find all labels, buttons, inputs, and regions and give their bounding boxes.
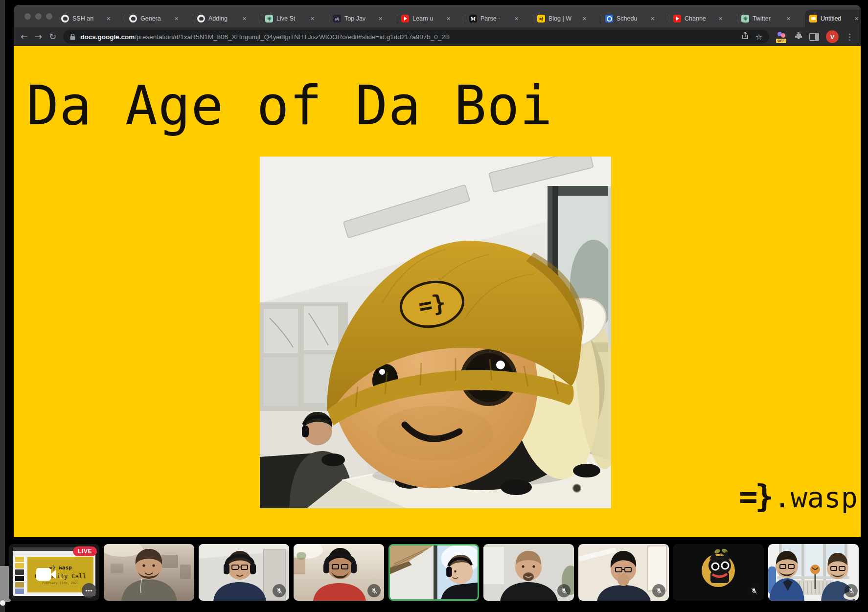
browser-window: SSH an✕Genera✕Adding✕Live St✕Top Jav✕Lea… xyxy=(14,5,861,537)
wasp-favicon xyxy=(537,15,545,23)
mic-muted-icon xyxy=(367,584,381,597)
wasp-logo-mark: =} xyxy=(739,478,771,515)
thumbnail-participant-7[interactable] xyxy=(578,544,669,601)
youtube-favicon xyxy=(401,15,409,23)
tab-close-icon[interactable]: ✕ xyxy=(514,16,519,22)
thumbnail-participant-5-speaking[interactable] xyxy=(388,544,479,601)
mini-slide-date: February 17th, 2023 xyxy=(42,581,78,585)
tab-blog-w[interactable]: Blog | W✕ xyxy=(533,10,601,27)
tab-label: SSH an xyxy=(72,15,103,22)
browser-toolbar: ← → ↻ docs.google.com/presentation/d/1xa… xyxy=(14,27,861,46)
thumbnail-participant-9-pair[interactable] xyxy=(768,544,859,601)
profile-avatar[interactable]: V xyxy=(826,30,839,43)
lock-icon[interactable] xyxy=(70,34,75,40)
extensions-puzzle-icon[interactable] xyxy=(795,32,802,42)
tab-label: Twitter xyxy=(753,15,783,22)
tab-label: Learn u xyxy=(412,15,443,22)
tab-label: Channe xyxy=(685,15,715,22)
tab-label: Blog | W xyxy=(548,15,579,22)
medium-favicon xyxy=(469,15,477,23)
address-bar[interactable]: docs.google.com/presentation/d/1xaR5N1M_… xyxy=(63,30,769,44)
tab-close-icon[interactable]: ✕ xyxy=(854,16,859,22)
mic-muted-icon xyxy=(557,584,571,597)
mic-muted-icon xyxy=(273,584,286,597)
bookmark-star-icon[interactable]: ☆ xyxy=(755,32,762,42)
desktop-edge xyxy=(0,0,5,612)
thumbnail-participant-6[interactable] xyxy=(483,544,574,601)
slide-title: Da Age of Da Boi xyxy=(26,74,553,137)
tab-close-icon[interactable]: ✕ xyxy=(310,16,315,22)
tab-label: Parse - xyxy=(480,15,511,22)
participant-filmstrip: =} wasp Community Call February 17th, 20… xyxy=(9,544,859,601)
beanie-patch-logo: =} xyxy=(416,289,448,320)
tab-label: Schedu xyxy=(617,15,647,22)
window-close-button[interactable] xyxy=(24,13,31,20)
tab-parse[interactable]: Parse -✕ xyxy=(465,10,533,27)
thumbnail-participant-3[interactable] xyxy=(199,544,289,601)
thumbnail-participant-8-camera-off[interactable] xyxy=(673,544,764,601)
tab-label: Genera xyxy=(140,15,171,22)
tab-live-st[interactable]: Live St✕ xyxy=(261,10,329,27)
thumbnail-screen-share[interactable]: =} wasp Community Call February 17th, 20… xyxy=(9,544,99,601)
side-panel-icon[interactable] xyxy=(809,33,819,41)
tab-close-icon[interactable]: ✕ xyxy=(106,16,111,22)
live-badge: LIVE xyxy=(73,546,97,556)
url-path: /presentation/d/1xaR5N1M_806_XHngumjl_Q4… xyxy=(135,33,449,41)
camera-overlay-icon xyxy=(36,568,56,581)
tab-close-icon[interactable]: ✕ xyxy=(242,16,247,22)
window-controls xyxy=(24,13,52,20)
tab-strip: SSH an✕Genera✕Adding✕Live St✕Top Jav✕Lea… xyxy=(57,10,833,27)
tab-label: Adding xyxy=(208,15,239,22)
wasp-logo-word: .wasp xyxy=(774,481,858,514)
mini-slide-rail xyxy=(14,556,25,595)
extension-off-icon[interactable]: OFF xyxy=(776,31,788,43)
github-favicon xyxy=(61,15,69,23)
knot-green-favicon xyxy=(741,15,749,23)
tab-channe[interactable]: Channe✕ xyxy=(669,10,737,27)
youtube-favicon xyxy=(673,15,681,23)
knot-green-favicon xyxy=(265,15,273,23)
tab-bar: SSH an✕Genera✕Adding✕Live St✕Top Jav✕Lea… xyxy=(14,5,861,27)
tab-ssh-an[interactable]: SSH an✕ xyxy=(57,10,125,27)
share-icon[interactable] xyxy=(742,32,749,42)
mic-muted-icon xyxy=(845,584,858,597)
url-domain: docs.google.com xyxy=(80,33,135,41)
thumbnail-more-button[interactable]: ••• xyxy=(82,583,96,598)
reload-button[interactable]: ↻ xyxy=(49,32,56,41)
browser-menu-icon[interactable]: ⋮ xyxy=(845,32,854,42)
window-minimize-button[interactable] xyxy=(35,13,42,20)
bee-plush-photo: =} xyxy=(260,157,611,508)
mic-muted-icon xyxy=(652,584,665,597)
tab-close-icon[interactable]: ✕ xyxy=(650,16,655,22)
tab-close-icon[interactable]: ✕ xyxy=(446,16,451,22)
calendar-blue-favicon xyxy=(605,15,613,23)
back-button[interactable]: ← xyxy=(21,32,28,41)
tab-label: Top Jav xyxy=(344,15,375,22)
tab-close-icon[interactable]: ✕ xyxy=(786,16,791,22)
tab-label: Live St xyxy=(276,15,307,22)
tab-close-icon[interactable]: ✕ xyxy=(582,16,587,22)
mic-muted-icon xyxy=(747,584,760,597)
tab-close-icon[interactable]: ✕ xyxy=(718,16,723,22)
tab-label: Untitled xyxy=(821,15,851,22)
thumbnail-participant-4[interactable] xyxy=(294,544,384,601)
extension-badge: OFF xyxy=(776,39,786,43)
presentation-slide: Da Age of Da Boi xyxy=(14,46,861,537)
tab-adding[interactable]: Adding✕ xyxy=(193,10,261,27)
tab-genera[interactable]: Genera✕ xyxy=(125,10,193,27)
tab-twitter[interactable]: Twitter✕ xyxy=(737,10,805,27)
tab-top-jav[interactable]: Top Jav✕ xyxy=(329,10,397,27)
tab-schedu[interactable]: Schedu✕ xyxy=(601,10,669,27)
github-favicon xyxy=(129,15,137,23)
github-favicon xyxy=(197,15,205,23)
tab-close-icon[interactable]: ✕ xyxy=(174,16,179,22)
slides-favicon xyxy=(809,15,817,23)
thumbnail-participant-2[interactable] xyxy=(104,544,194,601)
desktop-dot xyxy=(0,600,5,606)
tab-learn-u[interactable]: Learn u✕ xyxy=(397,10,465,27)
window-zoom-button[interactable] xyxy=(46,13,52,20)
tab-untitled[interactable]: Untitled✕ xyxy=(805,10,861,27)
academind-favicon xyxy=(333,15,341,23)
forward-button[interactable]: → xyxy=(35,32,42,41)
tab-close-icon[interactable]: ✕ xyxy=(378,16,383,22)
